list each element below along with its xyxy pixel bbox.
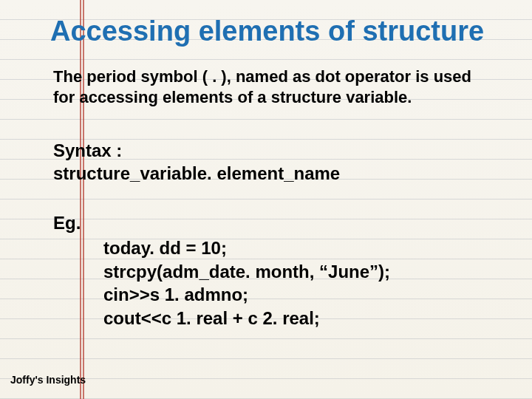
- slide: Accessing elements of structure The peri…: [0, 0, 532, 399]
- description-text: The period symbol ( . ), named as dot op…: [53, 66, 494, 107]
- code-line: cout<<c 1. real + c 2. real;: [103, 307, 494, 330]
- syntax-label: Syntax :: [53, 139, 494, 162]
- syntax-text: structure_variable. element_name: [53, 162, 494, 185]
- margin-rule-line: [83, 0, 84, 399]
- example-code: today. dd = 10; strcpy(adm_date. month, …: [103, 236, 494, 330]
- syntax-block: Syntax : structure_variable. element_nam…: [53, 139, 494, 185]
- footer-credit: Joffy's Insights: [10, 374, 86, 386]
- margin-rule-line: [80, 0, 81, 399]
- code-line: cin>>s 1. admno;: [103, 283, 494, 307]
- slide-title: Accessing elements of structure: [50, 16, 502, 47]
- example-label: Eg.: [53, 213, 81, 233]
- code-line: today. dd = 10;: [103, 236, 494, 260]
- code-line: strcpy(adm_date. month, “June”);: [103, 260, 494, 284]
